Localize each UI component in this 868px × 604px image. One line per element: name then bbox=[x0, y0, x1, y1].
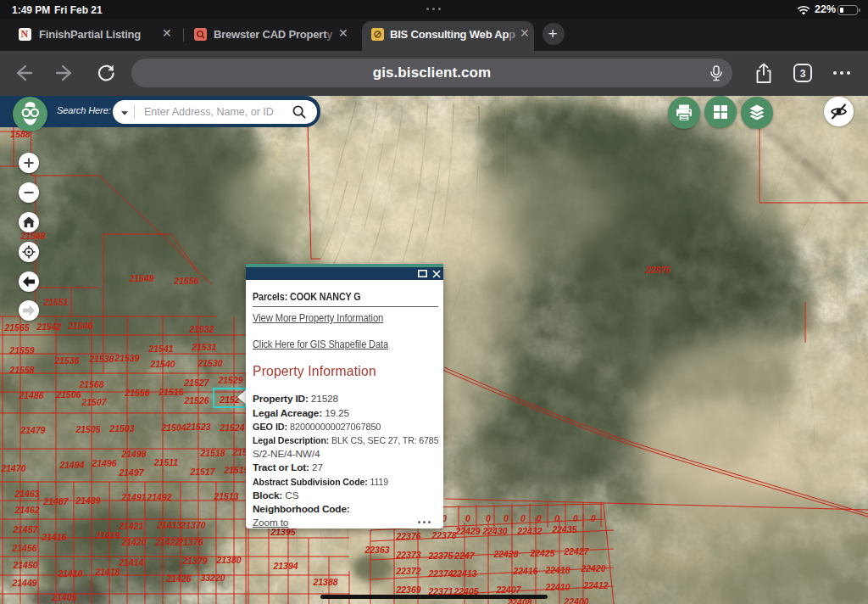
svg-text:22975: 22975 bbox=[644, 265, 670, 275]
svg-text:0: 0 bbox=[504, 513, 509, 523]
svg-text:21379: 21379 bbox=[181, 556, 207, 566]
svg-text:21536: 21536 bbox=[53, 355, 79, 366]
svg-text:0: 0 bbox=[573, 513, 578, 523]
svg-text:21565: 21565 bbox=[3, 322, 29, 333]
svg-text:0: 0 bbox=[486, 513, 491, 523]
svg-text:21410: 21410 bbox=[57, 568, 82, 579]
svg-text:0: 0 bbox=[554, 513, 559, 523]
svg-text:21491: 21491 bbox=[120, 492, 146, 502]
svg-text:0: 0 bbox=[591, 513, 596, 523]
svg-text:22374: 22374 bbox=[427, 568, 453, 579]
svg-text:21531: 21531 bbox=[191, 342, 216, 352]
svg-text:21370: 21370 bbox=[180, 520, 205, 530]
svg-text:22427: 22427 bbox=[563, 546, 589, 556]
svg-text:21456: 21456 bbox=[11, 543, 36, 553]
svg-text:21463: 21463 bbox=[14, 489, 39, 499]
svg-text:21529: 21529 bbox=[217, 375, 242, 385]
svg-text:21492: 21492 bbox=[146, 492, 171, 502]
svg-text:21380: 21380 bbox=[215, 555, 241, 565]
svg-text:21376: 21376 bbox=[177, 537, 203, 547]
svg-text:21450: 21450 bbox=[12, 560, 37, 570]
svg-text:22373: 22373 bbox=[395, 550, 420, 560]
svg-text:22425: 22425 bbox=[529, 548, 554, 558]
svg-text:21530: 21530 bbox=[197, 358, 222, 368]
svg-text:21420: 21420 bbox=[120, 537, 146, 547]
svg-text:21462: 21462 bbox=[14, 505, 39, 515]
svg-text:21546: 21546 bbox=[67, 321, 92, 331]
svg-text:22363: 22363 bbox=[364, 545, 389, 555]
svg-text:21517: 21517 bbox=[189, 467, 215, 477]
svg-text:22410: 22410 bbox=[544, 582, 570, 592]
svg-text:21507: 21507 bbox=[81, 397, 107, 407]
svg-text:21558: 21558 bbox=[8, 365, 34, 375]
svg-text:22413: 22413 bbox=[451, 568, 476, 579]
svg-text:33220: 33220 bbox=[200, 573, 225, 583]
svg-text:21556: 21556 bbox=[173, 276, 198, 286]
svg-text:21416: 21416 bbox=[41, 532, 66, 542]
svg-text:0: 0 bbox=[520, 513, 526, 523]
svg-text:22435: 22435 bbox=[551, 524, 576, 534]
svg-text:21494: 21494 bbox=[58, 460, 84, 470]
svg-text:21538: 21538 bbox=[88, 354, 114, 364]
svg-text:22407: 22407 bbox=[495, 584, 521, 595]
svg-text:22432: 22432 bbox=[516, 526, 542, 536]
svg-text:21527: 21527 bbox=[183, 378, 209, 388]
svg-text:21524: 21524 bbox=[219, 422, 244, 433]
svg-text:21505: 21505 bbox=[75, 424, 100, 434]
svg-text:21503: 21503 bbox=[108, 423, 134, 433]
svg-text:21414: 21414 bbox=[118, 557, 143, 568]
svg-text:21556: 21556 bbox=[124, 388, 149, 398]
svg-text:21497: 21497 bbox=[118, 467, 144, 478]
svg-text:21487: 21487 bbox=[42, 496, 69, 506]
svg-text:21388: 21388 bbox=[312, 577, 337, 587]
svg-text:21470: 21470 bbox=[0, 463, 25, 473]
svg-text:21418: 21418 bbox=[94, 567, 120, 577]
svg-text:21511: 21511 bbox=[153, 457, 179, 467]
svg-text:21542: 21542 bbox=[36, 322, 61, 332]
svg-text:22369: 22369 bbox=[395, 584, 420, 595]
svg-text:21421: 21421 bbox=[118, 521, 143, 531]
svg-text:21489: 21489 bbox=[75, 495, 100, 506]
svg-text:21419: 21419 bbox=[94, 530, 120, 540]
svg-text:21506: 21506 bbox=[55, 389, 81, 400]
svg-text:21413: 21413 bbox=[156, 520, 181, 530]
svg-text:21479: 21479 bbox=[19, 425, 45, 435]
svg-text:22372: 22372 bbox=[395, 566, 420, 576]
svg-text:21498: 21498 bbox=[120, 449, 146, 459]
svg-text:21523: 21523 bbox=[185, 422, 210, 432]
svg-text:22416: 22416 bbox=[512, 566, 537, 576]
svg-text:21394: 21394 bbox=[272, 561, 298, 571]
svg-text:21496: 21496 bbox=[91, 458, 116, 468]
svg-text:22400: 22400 bbox=[563, 596, 588, 604]
svg-text:21449: 21449 bbox=[11, 578, 36, 588]
svg-text:21540: 21540 bbox=[149, 359, 175, 369]
svg-text:2247: 2247 bbox=[453, 551, 476, 561]
svg-text:22378: 22378 bbox=[431, 530, 456, 540]
svg-text:21551: 21551 bbox=[42, 297, 68, 307]
svg-text:21541: 21541 bbox=[147, 344, 173, 354]
svg-text:21516: 21516 bbox=[158, 387, 183, 397]
svg-text:0: 0 bbox=[537, 513, 542, 523]
svg-text:21457: 21457 bbox=[12, 524, 38, 534]
svg-text:21513: 21513 bbox=[213, 491, 238, 501]
svg-text:22418: 22418 bbox=[544, 565, 570, 575]
svg-text:21426: 21426 bbox=[165, 573, 191, 584]
svg-text:22430: 22430 bbox=[481, 526, 507, 536]
svg-text:22428: 22428 bbox=[492, 549, 518, 559]
svg-text:22412: 22412 bbox=[582, 580, 608, 590]
svg-text:21568: 21568 bbox=[78, 379, 103, 389]
svg-text:22429: 22429 bbox=[454, 526, 480, 536]
svg-text:21486: 21486 bbox=[18, 390, 43, 400]
svg-text:21526: 21526 bbox=[183, 395, 209, 405]
svg-text:21422: 21422 bbox=[154, 537, 180, 547]
svg-text:21518: 21518 bbox=[199, 448, 225, 458]
svg-text:21532: 21532 bbox=[188, 324, 214, 334]
svg-text:0: 0 bbox=[465, 513, 470, 523]
svg-text:21549: 21549 bbox=[128, 273, 153, 283]
svg-text:22376: 22376 bbox=[395, 531, 420, 541]
svg-text:22375: 22375 bbox=[427, 551, 453, 561]
svg-text:21504: 21504 bbox=[160, 422, 186, 433]
svg-text:21405: 21405 bbox=[51, 592, 76, 602]
svg-text:22420: 22420 bbox=[580, 563, 605, 573]
svg-text:21539: 21539 bbox=[114, 353, 139, 363]
